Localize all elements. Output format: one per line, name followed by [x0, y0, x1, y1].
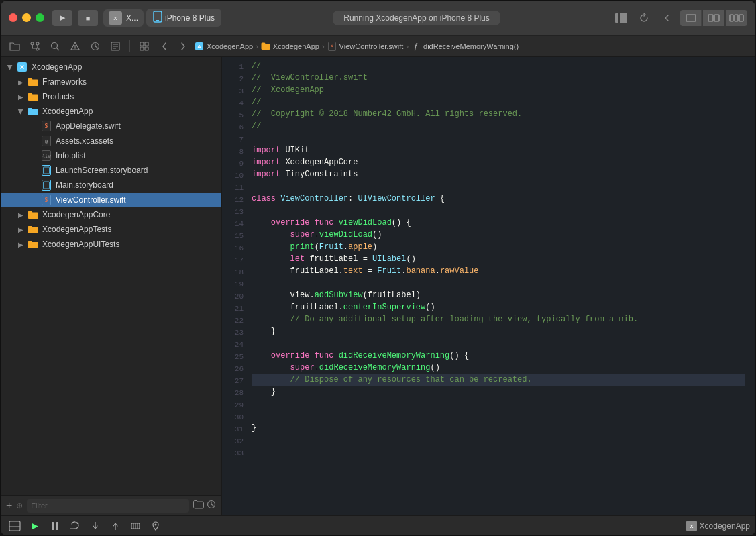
arrow-icon: ▶: [17, 226, 25, 233]
tree-label: XcodegenAppCore: [42, 210, 110, 219]
minimize-button[interactable]: [22, 13, 31, 22]
arrow-icon: ▶: [17, 211, 25, 219]
svg-line-17: [57, 48, 60, 50]
breadcrumb: A XcodegenApp › XcodegenApp ›: [195, 42, 750, 51]
maximize-button[interactable]: [36, 13, 44, 22]
svg-rect-11: [739, 15, 743, 21]
pause-button[interactable]: [46, 519, 64, 533]
main-content: ▶ X XcodegenApp ▶: [1, 57, 755, 515]
tree-label: Info.plist: [56, 151, 86, 160]
breadcrumb-item-folder[interactable]: XcodegenApp: [261, 42, 319, 51]
step-over-button[interactable]: [66, 519, 84, 533]
line-num-28: 28: [222, 387, 244, 399]
forward-button[interactable]: [174, 39, 192, 54]
line-num-29: 29: [222, 399, 244, 411]
tree-item-frameworks[interactable]: ▶ Frameworks: [1, 74, 221, 89]
tree-item-assets[interactable]: ▶ @ Assets.xcassets: [1, 133, 221, 148]
sidebar-bottom: + ⊕: [1, 495, 221, 515]
tree-item-products[interactable]: ▶ Products: [1, 89, 221, 104]
breadcrumb-sep-2: ›: [322, 42, 325, 50]
grid-button[interactable]: [136, 39, 153, 54]
back-button[interactable]: [156, 39, 173, 54]
filter-input[interactable]: [27, 499, 189, 513]
code-line-14: override func viewDidLoad() {: [252, 217, 745, 229]
tree-item-xcodegenappcore[interactable]: ▶ XcodegenAppCore: [1, 207, 221, 222]
view-memory-button[interactable]: [127, 519, 144, 533]
storyboard-icon: [41, 165, 52, 176]
step-into-button[interactable]: [87, 519, 104, 533]
breadcrumb-item-function[interactable]: ƒ didReceiveMemoryWarning(): [411, 42, 519, 51]
line-num-30: 30: [222, 411, 244, 423]
line-num-23: 23: [222, 327, 244, 339]
tree-item-root[interactable]: ▶ X XcodegenApp: [1, 60, 221, 74]
folder-icon: [28, 239, 38, 250]
tree-label: AppDelegate.swift: [56, 121, 121, 131]
folder-toggle-button[interactable]: [6, 39, 23, 54]
split-view-button[interactable]: [703, 10, 724, 26]
single-view-button[interactable]: [680, 10, 702, 26]
svg-rect-10: [735, 15, 738, 21]
tree-label: Assets.xcassets: [56, 136, 113, 146]
simulate-location-button[interactable]: [147, 519, 164, 533]
tree-label: XcodegenApp: [42, 107, 93, 116]
app-icon: A: [195, 42, 204, 51]
line-num-2: 2: [222, 73, 244, 85]
code-line-2: // ViewController.swift: [252, 72, 745, 84]
tree-item-infoplist[interactable]: ▶ plist Info.plist: [1, 148, 221, 163]
device-selector[interactable]: iPhone 8 Plus: [146, 9, 221, 27]
add-folder-icon[interactable]: [193, 500, 204, 511]
stop-icon: ■: [86, 14, 91, 22]
tree-label: Products: [42, 92, 74, 101]
tree-item-launchscreen[interactable]: ▶ LaunchScreen.storyboard: [1, 163, 221, 178]
line-numbers: 1 2 3 4 5 6 7 8 9 10 11 12 13 14 15 16 1: [222, 60, 252, 460]
tree-item-xcodegenapptests[interactable]: ▶ XcodegenAppTests: [1, 222, 221, 237]
breadcrumb-item-app[interactable]: A XcodegenApp: [195, 42, 253, 51]
code-line-24: [252, 337, 745, 350]
tree-item-appdelegate[interactable]: ▶ S AppDelegate.swift: [1, 119, 221, 133]
add-button[interactable]: +: [6, 500, 12, 511]
recent-files-icon[interactable]: [207, 500, 216, 511]
svg-text:S: S: [45, 197, 48, 203]
three-view-button[interactable]: [726, 10, 747, 26]
code-line-3: // XcodegenApp: [252, 84, 745, 96]
line-num-27: 27: [222, 375, 244, 387]
svg-rect-27: [140, 47, 144, 50]
back-nav-icon[interactable]: [657, 10, 676, 26]
code-line-9: import XcodegenAppCore: [252, 156, 745, 168]
code-editor[interactable]: 1 2 3 4 5 6 7 8 9 10 11 12 13 14 15 16 1: [222, 57, 755, 515]
line-num-9: 9: [222, 158, 244, 170]
breadcrumb-sep-3: ›: [406, 42, 409, 50]
show-debug-area-button[interactable]: [6, 519, 23, 533]
breadcrumb-item-file[interactable]: S ViewController.swift: [327, 42, 404, 51]
tree-item-xcodegenapp[interactable]: ▶ XcodegenApp: [1, 104, 221, 119]
step-out-button[interactable]: [107, 519, 124, 533]
vcs-button[interactable]: [26, 39, 44, 54]
status-pill: Running XcodegenApp on iPhone 8 Plus: [333, 11, 500, 25]
tree-item-viewcontroller[interactable]: ▶ S ViewController.swift: [1, 193, 221, 207]
svg-text:S: S: [330, 44, 333, 50]
stop-button[interactable]: ■: [78, 10, 98, 26]
refresh-icon[interactable]: [635, 10, 653, 26]
folder-icon: [28, 209, 38, 220]
plist-icon: plist: [41, 150, 52, 161]
line-num-14: 14: [222, 218, 244, 230]
line-num-21: 21: [222, 303, 244, 315]
storyboard-icon: [41, 180, 52, 191]
issues-button[interactable]: [66, 39, 84, 54]
svg-rect-4: [615, 13, 618, 23]
line-num-1: 1: [222, 61, 244, 73]
sidebar-bottom-right: [193, 500, 216, 511]
play-button[interactable]: ▶: [52, 10, 72, 26]
run-button[interactable]: ▶: [26, 519, 44, 533]
editor-layout-icon[interactable]: [612, 10, 631, 26]
tree-item-xcodegenappuitests[interactable]: ▶ XcodegenAppUITests: [1, 237, 221, 252]
tree-item-mainstoryboard[interactable]: ▶ Main.storyboard: [1, 178, 221, 193]
folder-icon: [28, 91, 38, 102]
search-button[interactable]: [46, 39, 64, 54]
history-button[interactable]: [87, 39, 104, 54]
report-button[interactable]: [107, 39, 124, 54]
arrow-icon: ▶: [17, 107, 25, 115]
code-line-13: [252, 205, 745, 217]
close-button[interactable]: [9, 13, 17, 22]
scheme-selector[interactable]: X X...: [103, 9, 144, 27]
